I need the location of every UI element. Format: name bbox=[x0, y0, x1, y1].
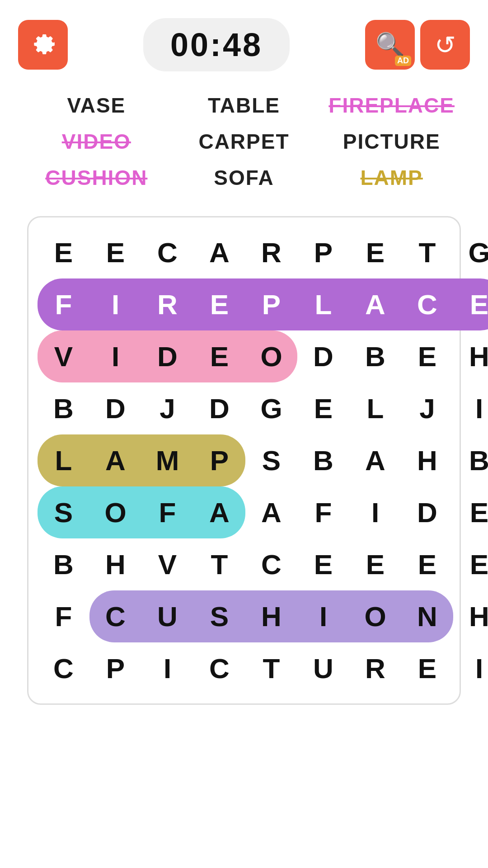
header: 00:48 🔍 AD ↺ bbox=[0, 0, 488, 80]
cell-3-6: L bbox=[349, 382, 401, 434]
cell-7-6: O bbox=[349, 590, 401, 642]
cell-5-5: F bbox=[297, 486, 349, 538]
hint-button[interactable]: 🔍 AD bbox=[365, 20, 415, 70]
cell-1-5: L bbox=[297, 278, 349, 330]
cell-2-5: D bbox=[297, 330, 349, 382]
cell-5-1: O bbox=[89, 486, 141, 538]
cell-7-7: N bbox=[401, 590, 453, 642]
word-search-grid: E E C A R P E T G F I R E P L A C E V I … bbox=[27, 216, 461, 705]
cell-4-0: L bbox=[38, 434, 89, 486]
cell-0-0: E bbox=[38, 226, 89, 278]
cell-8-5: U bbox=[297, 642, 349, 694]
word-table: TABLE bbox=[175, 90, 314, 121]
cell-1-0: F bbox=[38, 278, 89, 330]
cell-6-3: T bbox=[193, 538, 245, 590]
gear-icon bbox=[27, 29, 59, 61]
cell-3-2: J bbox=[141, 382, 193, 434]
cell-8-1: P bbox=[89, 642, 141, 694]
word-picture: PICTURE bbox=[322, 126, 461, 157]
word-lamp: LAMP bbox=[322, 162, 461, 193]
cell-1-2: R bbox=[141, 278, 193, 330]
cell-0-5: P bbox=[297, 226, 349, 278]
cell-0-8: G bbox=[453, 226, 488, 278]
cell-0-4: R bbox=[245, 226, 297, 278]
word-vase: VASE bbox=[27, 90, 166, 121]
refresh-icon: ↺ bbox=[435, 30, 456, 60]
cell-4-8: B bbox=[453, 434, 488, 486]
refresh-button[interactable]: ↺ bbox=[420, 20, 470, 70]
cell-2-3: E bbox=[193, 330, 245, 382]
cell-4-3: P bbox=[193, 434, 245, 486]
cell-5-7: D bbox=[401, 486, 453, 538]
magnifier-icon: 🔍 bbox=[375, 31, 405, 59]
cell-4-5: B bbox=[297, 434, 349, 486]
cell-1-3: E bbox=[193, 278, 245, 330]
cell-3-0: B bbox=[38, 382, 89, 434]
letter-grid: E E C A R P E T G F I R E P L A C E V I … bbox=[38, 226, 450, 694]
word-fireplace: FIREPLACE bbox=[322, 90, 461, 121]
cell-3-3: D bbox=[193, 382, 245, 434]
cell-2-7: E bbox=[401, 330, 453, 382]
cell-5-0: S bbox=[38, 486, 89, 538]
cell-6-5: E bbox=[297, 538, 349, 590]
cell-4-4: S bbox=[245, 434, 297, 486]
word-sofa: SOFA bbox=[175, 162, 314, 193]
settings-button[interactable] bbox=[18, 20, 68, 70]
cell-3-1: D bbox=[89, 382, 141, 434]
cell-2-1: I bbox=[89, 330, 141, 382]
cell-7-5: I bbox=[297, 590, 349, 642]
cell-6-2: V bbox=[141, 538, 193, 590]
cell-7-4: H bbox=[245, 590, 297, 642]
cell-6-7: E bbox=[401, 538, 453, 590]
cell-2-4: O bbox=[245, 330, 297, 382]
cell-5-3: A bbox=[193, 486, 245, 538]
cell-3-4: G bbox=[245, 382, 297, 434]
cell-2-2: D bbox=[141, 330, 193, 382]
cell-3-5: E bbox=[297, 382, 349, 434]
cell-8-6: R bbox=[349, 642, 401, 694]
cell-8-7: E bbox=[401, 642, 453, 694]
cell-8-4: T bbox=[245, 642, 297, 694]
cell-4-7: H bbox=[401, 434, 453, 486]
cell-8-8: I bbox=[453, 642, 488, 694]
cell-1-7: C bbox=[401, 278, 453, 330]
cell-0-2: C bbox=[141, 226, 193, 278]
cell-5-6: I bbox=[349, 486, 401, 538]
word-video: VIDEO bbox=[27, 126, 166, 157]
cell-1-8: E bbox=[453, 278, 488, 330]
cell-0-3: A bbox=[193, 226, 245, 278]
timer: 00:48 bbox=[143, 18, 290, 71]
cell-5-8: E bbox=[453, 486, 488, 538]
cell-3-7: J bbox=[401, 382, 453, 434]
ad-badge: AD bbox=[395, 56, 411, 66]
cell-4-6: A bbox=[349, 434, 401, 486]
cell-1-6: A bbox=[349, 278, 401, 330]
cell-1-1: I bbox=[89, 278, 141, 330]
header-right-buttons: 🔍 AD ↺ bbox=[365, 20, 470, 70]
word-cushion: CUSHION bbox=[27, 162, 166, 193]
cell-5-2: F bbox=[141, 486, 193, 538]
cell-1-4: P bbox=[245, 278, 297, 330]
cell-4-2: M bbox=[141, 434, 193, 486]
cell-0-7: T bbox=[401, 226, 453, 278]
cell-7-8: H bbox=[453, 590, 488, 642]
timer-value: 00:48 bbox=[170, 27, 263, 63]
cell-6-1: H bbox=[89, 538, 141, 590]
cell-5-4: A bbox=[245, 486, 297, 538]
cell-6-4: C bbox=[245, 538, 297, 590]
cell-7-1: C bbox=[89, 590, 141, 642]
cell-4-1: A bbox=[89, 434, 141, 486]
cell-2-6: B bbox=[349, 330, 401, 382]
cell-2-0: V bbox=[38, 330, 89, 382]
cell-8-2: I bbox=[141, 642, 193, 694]
cell-7-3: S bbox=[193, 590, 245, 642]
word-carpet: CARPET bbox=[175, 126, 314, 157]
cell-6-8: E bbox=[453, 538, 488, 590]
cell-8-3: C bbox=[193, 642, 245, 694]
cell-6-6: E bbox=[349, 538, 401, 590]
cell-0-1: E bbox=[89, 226, 141, 278]
cell-0-6: E bbox=[349, 226, 401, 278]
cell-7-2: U bbox=[141, 590, 193, 642]
cell-3-8: I bbox=[453, 382, 488, 434]
cell-7-0: F bbox=[38, 590, 89, 642]
